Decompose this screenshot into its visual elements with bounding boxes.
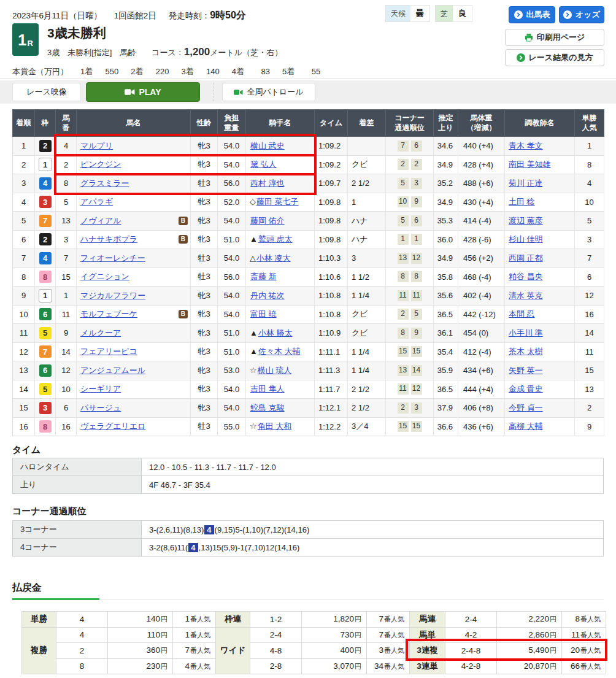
trainer-name-link[interactable]: 杉山 佳明 [509, 234, 543, 244]
jockey-cell: △小林 凌大 [246, 249, 315, 268]
corner-4-position: 9 [411, 328, 422, 339]
race-video-button[interactable]: レース映像 [12, 83, 81, 101]
highlighted-horse-number: 4 [204, 525, 214, 534]
horse-weight: 402 (-4) [458, 287, 505, 306]
trainer-name-link[interactable]: 小手川 準 [509, 328, 543, 337]
trainer-name-link[interactable]: 高柳 大輔 [509, 422, 543, 431]
table-row: 9 1 1 マジカルフラワー 牝3 54.0 丹内 祐次 1:10.8 1 1/… [13, 287, 604, 306]
horse-name-link[interactable]: ピンクジン [80, 160, 121, 169]
horse-name-link[interactable]: アンジュアムール [80, 366, 145, 375]
trainer-name-link[interactable]: 矢野 英一 [509, 366, 543, 375]
jockey-name-link[interactable]: 鮫島 克駿 [250, 403, 285, 412]
jockey-cell: ▲鷲頭 虎太 [246, 230, 315, 249]
horse-name-link[interactable]: ハナサキポプラ [80, 234, 137, 244]
results-column-header: 調教師名 [505, 110, 575, 137]
odds-button[interactable]: オッズ [559, 6, 604, 23]
horse-name-link[interactable]: メルクーア [80, 328, 121, 337]
jockey-name-link[interactable]: 小林 勝太 [258, 328, 293, 337]
jockey-name-link[interactable]: 藤田 菜七子 [256, 197, 299, 206]
finish-time: 1:10.9 [315, 324, 348, 343]
jockey-name-link[interactable]: 角田 大和 [258, 422, 292, 431]
corner-3-position: 15 [398, 346, 409, 357]
race-video-label: レース映像 [26, 87, 67, 98]
patrol-video-button[interactable]: 全周パトロール [222, 83, 315, 101]
horse-name-link[interactable]: マルプリ [80, 141, 113, 150]
jockey-name-link[interactable]: 佐々木 大輔 [258, 347, 301, 356]
margin: クビ [348, 324, 386, 343]
jockey-name-link[interactable]: 横山 琉人 [258, 366, 292, 375]
horse-weight: 444 (+4) [458, 380, 505, 399]
jockey-name-link[interactable]: 吉田 隼人 [250, 384, 285, 393]
payout-section-title: 払戻金 [12, 582, 42, 595]
horse-number: 15 [56, 268, 77, 287]
horse-name-link[interactable]: シーギリア [80, 384, 121, 393]
horse-name-link[interactable]: ヴェラグエリエロ [80, 422, 145, 431]
trainer-name-link[interactable]: 粕谷 昌央 [509, 272, 543, 281]
trifecta-amount: 20,870円 [497, 658, 562, 674]
trainer-name-link[interactable]: 菊川 正達 [509, 179, 543, 188]
jockey-cell: ☆横山 琉人 [246, 361, 315, 380]
corner-3-position: 13 [398, 365, 409, 376]
horse-name-link[interactable]: アパラギ [80, 197, 113, 206]
table-row: 7 4 7 フィオーレシチー 牡3 54.0 △小林 凌大 1:10.3 3 1… [13, 249, 604, 268]
trainer-cell: 清水 英克 [505, 287, 575, 306]
result-guide-button[interactable]: レース結果の見方 [505, 49, 604, 66]
jockey-name-link[interactable]: 小林 凌大 [256, 253, 291, 263]
last-3f-time: 36.5 [434, 305, 458, 324]
results-column-header: タイム [315, 110, 348, 137]
trainer-name-link[interactable]: 西園 正都 [509, 253, 543, 263]
trainer-cell: 今野 貞一 [505, 399, 575, 418]
printer-icon [525, 33, 533, 42]
table-row: 1 2 4 マルプリ 牝3 54.0 横山 武史 1:09.2 76 34.6 … [13, 137, 604, 156]
frame-number-badge: 3 [39, 402, 52, 414]
trainer-name-link[interactable]: 今野 貞一 [509, 403, 543, 412]
jockey-name-link[interactable]: 横山 武史 [250, 141, 285, 150]
trainer-name-link[interactable]: 清水 英克 [509, 291, 543, 300]
horse-name-link[interactable]: ノヴィアル [80, 216, 121, 225]
blinker-badge: B [179, 310, 188, 318]
horse-number: 1 [56, 287, 77, 306]
last-3f-time: 36.6 [434, 417, 458, 436]
wide-amount: 730円 [302, 627, 367, 643]
trainer-name-link[interactable]: 茶木 太樹 [509, 347, 543, 356]
win-favorite-rank: 8 [575, 155, 604, 174]
horse-name-cell: グラスミラー [77, 174, 191, 193]
place-amount: 230円 [108, 658, 173, 674]
horse-weight: 428 (-6) [458, 230, 505, 249]
weather-label: 天候 [386, 6, 410, 21]
trainer-name-link[interactable]: 金成 貴史 [509, 384, 543, 393]
jockey-name-link[interactable]: 藤岡 佑介 [250, 216, 285, 225]
trainer-name-link[interactable]: 土田 稔 [509, 197, 535, 206]
entries-button[interactable]: 出馬表 [509, 6, 555, 23]
jockey-name-link[interactable]: 鷲頭 虎太 [258, 234, 293, 244]
horse-name-link[interactable]: フィオーレシチー [80, 253, 145, 263]
trainer-name-link[interactable]: 青木 孝文 [509, 141, 543, 150]
trainer-name-link[interactable]: 本間 忍 [509, 309, 535, 318]
jockey-name-link[interactable]: 丹内 祐次 [250, 291, 285, 300]
print-page-button[interactable]: 印刷用ページ [505, 29, 604, 46]
apprentice-mark: ▲ [250, 347, 258, 356]
payout-row: 単勝 4 140円 1番人気 枠連 1-2 1,820円 7番人気 馬連 2-4… [22, 612, 606, 628]
trainer-name-link[interactable]: 南田 美知雄 [509, 160, 551, 169]
results-column-header: 騎手名 [246, 110, 315, 137]
jockey-cell: 斎藤 新 [246, 268, 315, 287]
results-column-header: 負担 重量 [218, 110, 246, 137]
horse-name-cell: メルクーア [77, 324, 191, 343]
corner-order-text: 3-2(8,6)11( [149, 543, 188, 552]
trainer-name-link[interactable]: 渡辺 薫彦 [509, 216, 543, 225]
jockey-name-link[interactable]: 富田 暁 [250, 309, 277, 318]
margin: クビ [348, 305, 386, 324]
horse-name-link[interactable]: フェアリーピコ [80, 347, 137, 356]
horse-name-link[interactable]: マジカルフラワー [80, 291, 145, 300]
win-favorite-rank: 9 [575, 417, 604, 436]
time-row: 上り 4F 46.7 - 3F 35.4 [13, 476, 604, 494]
horse-name-link[interactable]: パサージュ [80, 403, 121, 412]
jockey-name-link[interactable]: 西村 淳也 [250, 179, 285, 188]
jockey-name-link[interactable]: 斎藤 新 [250, 272, 277, 281]
horse-name-link[interactable]: イグニション [80, 272, 129, 281]
play-button[interactable]: PLAY [86, 82, 200, 102]
horse-name-link[interactable]: グラスミラー [80, 179, 129, 188]
horse-name-link[interactable]: モルフェブーケ [80, 309, 137, 318]
last-3f-time: 35.8 [434, 268, 458, 287]
jockey-name-link[interactable]: 黛 弘人 [250, 160, 277, 169]
